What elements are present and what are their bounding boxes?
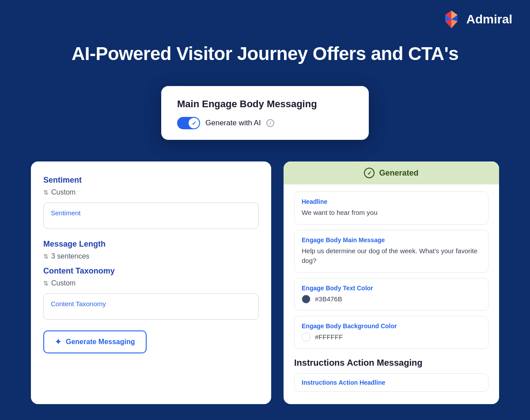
bg-color-label: Engage Body Background Color xyxy=(302,322,481,330)
text-color-row: #3B476B xyxy=(302,294,481,304)
sentiment-select-value: Custom xyxy=(51,188,76,196)
generated-badge: ✓ Generated xyxy=(284,161,499,184)
sentiment-select[interactable]: ⇅ Custom xyxy=(43,188,259,196)
sparkle-icon: ✦ xyxy=(55,337,61,347)
admiral-logo-icon xyxy=(441,9,462,30)
headline-value: We want to hear from you xyxy=(302,208,481,218)
text-color-field-group: Engage Body Text Color #3B476B xyxy=(294,278,488,311)
logo-text: Admiral xyxy=(466,12,512,26)
page-title: AI-Powered Visitor Journey Offers and CT… xyxy=(0,34,530,82)
headline-label: Headline xyxy=(302,198,481,205)
main-panels: Sentiment ⇅ Custom Sentiment Message Len… xyxy=(0,161,530,404)
text-color-swatch[interactable] xyxy=(302,295,310,304)
sort-icon-sentiment: ⇅ xyxy=(43,189,49,196)
generate-messaging-button[interactable]: ✦ Generate Messaging xyxy=(43,330,147,353)
body-value: Help us determine our dog of the week. W… xyxy=(302,246,481,266)
toggle-row: ✓ Generate with AI i xyxy=(177,117,353,129)
ai-toggle[interactable]: ✓ xyxy=(177,117,200,129)
check-circle-icon: ✓ xyxy=(364,168,375,178)
sentiment-label: Sentiment xyxy=(43,176,259,185)
content-taxonomy-input[interactable]: Content Taxonomy xyxy=(43,293,259,320)
modal-card: Main Engage Body Messaging ✓ Generate wi… xyxy=(161,86,369,140)
sort-icon-length: ⇅ xyxy=(43,253,49,260)
generated-label: Generated xyxy=(379,169,418,178)
toggle-check-icon: ✓ xyxy=(192,120,197,127)
sentiment-input[interactable]: Sentiment xyxy=(43,202,259,229)
toggle-knob: ✓ xyxy=(189,118,199,128)
modal-title: Main Engage Body Messaging xyxy=(177,98,353,110)
body-label: Engage Body Main Message xyxy=(302,236,481,244)
instructions-title: Instructions Action Messaging xyxy=(284,354,499,373)
left-panel: Sentiment ⇅ Custom Sentiment Message Len… xyxy=(31,161,271,404)
logo-container: Admiral xyxy=(441,9,512,30)
text-color-label: Engage Body Text Color xyxy=(302,285,481,292)
message-length-select[interactable]: ⇅ 3 sentences xyxy=(43,252,259,260)
generate-btn-label: Generate Messaging xyxy=(66,338,135,346)
text-color-value: #3B476B xyxy=(315,294,342,304)
headline-field-group: Headline We want to hear from you xyxy=(294,191,488,225)
bg-color-field-group: Engage Body Background Color #FFFFFF xyxy=(294,316,488,349)
message-length-label: Message Length xyxy=(43,240,259,249)
right-panel: ✓ Generated Headline We want to hear fro… xyxy=(284,161,499,404)
toggle-label: Generate with AI xyxy=(205,119,261,128)
info-icon[interactable]: i xyxy=(266,119,274,127)
content-taxonomy-label: Content Taxonomy xyxy=(43,266,259,276)
content-taxonomy-select[interactable]: ⇅ Custom xyxy=(43,279,259,287)
content-taxonomy-value: Custom xyxy=(51,279,76,287)
right-content: Headline We want to hear from you Engage… xyxy=(284,184,499,349)
instructions-action-headline-input[interactable]: Instructions Action Headline xyxy=(294,373,488,392)
bg-color-value: #FFFFFF xyxy=(315,332,343,342)
bg-color-swatch[interactable] xyxy=(302,333,310,341)
header: Admiral xyxy=(0,0,530,34)
body-message-field-group: Engage Body Main Message Help us determi… xyxy=(294,230,488,273)
sort-icon-taxonomy: ⇅ xyxy=(43,280,49,287)
message-length-value: 3 sentences xyxy=(51,252,89,260)
bg-color-row: #FFFFFF xyxy=(302,332,481,342)
